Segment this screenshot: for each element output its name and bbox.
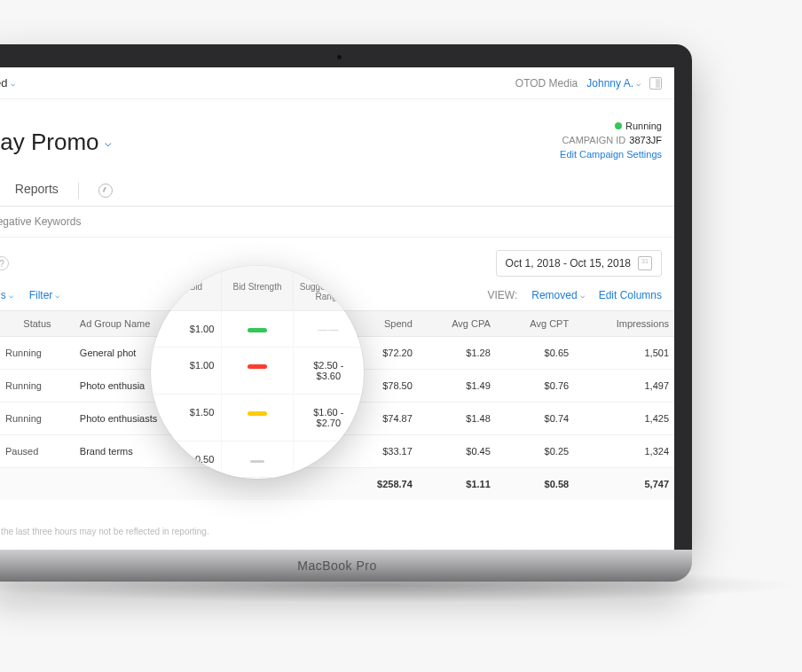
history-icon[interactable] (98, 184, 113, 198)
strength-bar-yellow (248, 411, 267, 416)
magnifier-row: $1.00$2.50 - $3.60 (151, 348, 364, 395)
campaign-title-dropdown[interactable]: iday Promo ⌵ (0, 121, 112, 163)
topbar: ed ⌵ OTOD Media Johnny A. ⌵ (0, 67, 674, 99)
laptop-brand: MacBook Pro (297, 559, 377, 573)
date-range-text: Oct 1, 2018 - Oct 15, 2018 (506, 257, 631, 270)
view-label: VIEW: (487, 289, 517, 301)
col-avgcpa[interactable]: Avg CPA (418, 311, 496, 337)
total-avgcpa: $1.11 (418, 468, 496, 501)
status-badge: Running (560, 121, 662, 131)
campaign-id: CAMPAIGN ID3873JF (560, 135, 662, 145)
filter-dropdown[interactable]: Filter ⌵ (29, 289, 60, 301)
magnifier-row: $1.50$1.60 - $2.70 (151, 395, 364, 441)
col-avgcpt[interactable]: Avg CPT (496, 311, 574, 337)
magnifier-lens: CPT Bid Bid Strength Suggested Bid Range… (151, 266, 364, 479)
footnote: ithin the last three hours may not be re… (0, 500, 674, 536)
laptop-base: MacBook Pro (0, 550, 692, 582)
edit-columns-link[interactable]: Edit Columns (599, 289, 662, 301)
help-icon[interactable]: ? (0, 256, 9, 270)
subtab-negative-keywords[interactable]: Negative Keywords (0, 207, 674, 238)
chevron-down-icon: ⌵ (105, 136, 112, 149)
mode-dropdown[interactable]: ed ⌵ (0, 76, 15, 90)
panel-icon[interactable] (649, 77, 662, 90)
date-range-picker[interactable]: Oct 1, 2018 - Oct 15, 2018 (496, 250, 662, 277)
magnifier-row: $1.00—— (151, 311, 364, 348)
col-impressions[interactable]: Impressions (574, 311, 674, 337)
view-dropdown[interactable]: Removed ⌵ (531, 289, 584, 301)
mag-col-strength: Bid Strength (222, 266, 293, 310)
camera-dot (337, 55, 342, 59)
total-avgcpt: $0.58 (496, 468, 574, 501)
total-impressions: 5,747 (574, 468, 674, 501)
org-name: OTOD Media (515, 77, 578, 90)
chevron-down-icon: ⌵ (11, 79, 15, 88)
mode-label: ed (0, 76, 7, 90)
strength-bar-green (248, 328, 267, 332)
edit-campaign-link[interactable]: Edit Campaign Settings (560, 149, 662, 160)
actions-dropdown[interactable]: ns ⌵ (0, 289, 13, 301)
col-status[interactable]: Status (0, 311, 75, 337)
total-spend: $258.74 (345, 468, 418, 501)
strength-bar-red (248, 364, 267, 369)
calendar-icon (638, 256, 652, 270)
chevron-down-icon: ⌵ (636, 79, 641, 88)
separator (78, 183, 79, 199)
tab-reports[interactable]: Reports (15, 176, 59, 205)
user-menu[interactable]: Johnny A. ⌵ (586, 77, 641, 90)
campaign-title: iday Promo (0, 129, 99, 156)
user-name: Johnny A. (586, 77, 633, 90)
